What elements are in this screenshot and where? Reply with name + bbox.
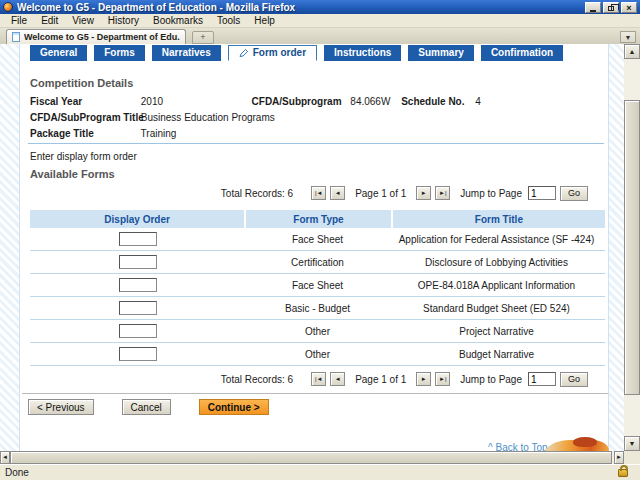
restore-icon [608,6,614,11]
form-title-cell: Disclosure of Lobbying Activities [390,257,603,268]
minimize-icon [590,10,596,12]
last-page-button[interactable]: ►| [435,186,450,200]
cfda-title-label: CFDA/SubProgram Title [30,112,138,123]
security-lock-icon[interactable] [618,469,628,477]
jump-to-page-input[interactable] [528,372,556,386]
form-type-cell: Certification [245,257,390,268]
competition-details-heading: Competition Details [30,77,133,89]
table-row: Certification Disclosure of Lobbying Act… [30,251,605,274]
cfda-subprogram-value: 84.066W [350,96,390,107]
forms-table-header: Display Order Form Type Form Title [30,210,605,228]
prev-page-button[interactable]: ◄ [330,372,345,386]
table-row: Basic - Budget Standard Budget Sheet (ED… [30,297,605,320]
table-row: Other Budget Narrative [30,343,605,366]
form-type-cell: Face Sheet [245,280,390,291]
tab-form-order[interactable]: Form order [228,45,317,61]
right-border-pattern [608,44,624,451]
cancel-button[interactable]: Cancel [122,399,171,415]
footer-divider [22,393,608,394]
form-type-cell: Face Sheet [245,234,390,245]
package-title-row: Package Title Training [30,128,176,139]
scroll-right-arrow[interactable]: ► [614,451,624,464]
horizontal-scrollbar[interactable]: ◄ ► [0,451,624,464]
jump-to-page-label: Jump to Page [460,188,522,199]
continue-button[interactable]: Continue > [199,399,269,415]
footer-buttons: < Previous Cancel Continue > [28,399,269,415]
package-title-value: Training [141,128,177,139]
total-records: Total Records: 6 [221,374,293,385]
previous-button[interactable]: < Previous [28,399,94,415]
left-border-pattern [0,44,20,451]
menu-help[interactable]: Help [247,14,282,27]
tab-confirmation[interactable]: Confirmation [481,45,563,61]
page-favicon [12,32,20,42]
available-forms-heading: Available Forms [30,168,115,180]
table-row: Face Sheet OPE-84.018A Applicant Informa… [30,274,605,297]
vertical-scrollbar[interactable]: ▲ ▼ [624,44,640,451]
display-order-input-5[interactable] [119,324,157,338]
status-text: Done [0,467,618,478]
go-button[interactable]: Go [560,186,588,201]
pagination-top: Total Records: 6 |◄ ◄ Page 1 of 1 ► ►| J… [221,184,588,202]
new-tab-button[interactable]: + [192,31,214,44]
tab-forms[interactable]: Forms [94,45,145,61]
title-bar: Welcome to G5 - Department of Education … [0,0,640,14]
package-title-label: Package Title [30,128,138,139]
tab-instructions[interactable]: Instructions [324,45,401,61]
next-page-button[interactable]: ► [416,186,431,200]
form-type-cell: Other [245,349,390,360]
menu-edit[interactable]: Edit [34,14,65,27]
schedule-no-value: 4 [475,96,481,107]
table-row: Other Project Narrative [30,320,605,343]
display-order-input-6[interactable] [119,347,157,361]
menu-view[interactable]: View [65,14,101,27]
last-page-button[interactable]: ►| [435,372,450,386]
menu-bar: File Edit View History Bookmarks Tools H… [0,14,640,28]
first-page-button[interactable]: |◄ [311,372,326,386]
jump-to-page-input[interactable] [528,186,556,200]
menu-bookmarks[interactable]: Bookmarks [146,14,210,27]
section-divider [28,143,604,144]
cfda-title-value: Business Education Programs [141,112,275,123]
prev-page-button[interactable]: ◄ [330,186,345,200]
form-title-cell: Application for Federal Assistance (SF -… [390,234,603,245]
form-type-cell: Basic - Budget [245,303,390,314]
schedule-no-label: Schedule No. [401,96,464,107]
vertical-scrollbar-thumb[interactable] [624,100,640,395]
tab-general[interactable]: General [30,45,87,61]
menu-history[interactable]: History [101,14,146,27]
fiscal-year-value: 2010 [141,96,249,107]
horizontal-scrollbar-thumb[interactable] [10,451,612,464]
display-order-input-3[interactable] [119,278,157,292]
scroll-left-arrow[interactable]: ◄ [0,451,10,464]
tab-narratives[interactable]: Narratives [152,45,221,61]
go-button[interactable]: Go [560,372,588,387]
first-page-button[interactable]: |◄ [311,186,326,200]
header-form-title: Form Title [393,210,605,228]
scroll-down-arrow[interactable]: ▼ [624,436,640,451]
next-page-button[interactable]: ► [416,372,431,386]
menu-file[interactable]: File [4,14,34,27]
fiscal-year-label: Fiscal Year [30,96,138,107]
form-title-cell: Standard Budget Sheet (ED 524) [390,303,603,314]
back-to-top-link[interactable]: ^ Back to Top [488,442,548,451]
page-info: Page 1 of 1 [355,374,406,385]
header-form-type: Form Type [246,210,391,228]
display-order-input-2[interactable] [119,255,157,269]
cfda-title-row: CFDA/SubProgram Title Business Education… [30,112,275,123]
minimize-button[interactable] [585,2,601,13]
browser-tab[interactable]: Welcome to G5 - Department of Edu... [6,29,186,44]
status-bar: Done [0,464,640,480]
menu-tools[interactable]: Tools [210,14,247,27]
tab-summary[interactable]: Summary [408,45,474,61]
list-tabs-button[interactable]: ▼ [620,31,636,43]
display-order-input-4[interactable] [119,301,157,315]
restore-button[interactable] [603,2,619,13]
page-info: Page 1 of 1 [355,188,406,199]
decorative-image [545,436,609,451]
firefox-icon [3,2,13,12]
display-order-input-1[interactable] [119,232,157,246]
table-row: Face Sheet Application for Federal Assis… [30,228,605,251]
scroll-up-arrow[interactable]: ▲ [624,44,640,59]
close-button[interactable]: × [621,2,637,13]
